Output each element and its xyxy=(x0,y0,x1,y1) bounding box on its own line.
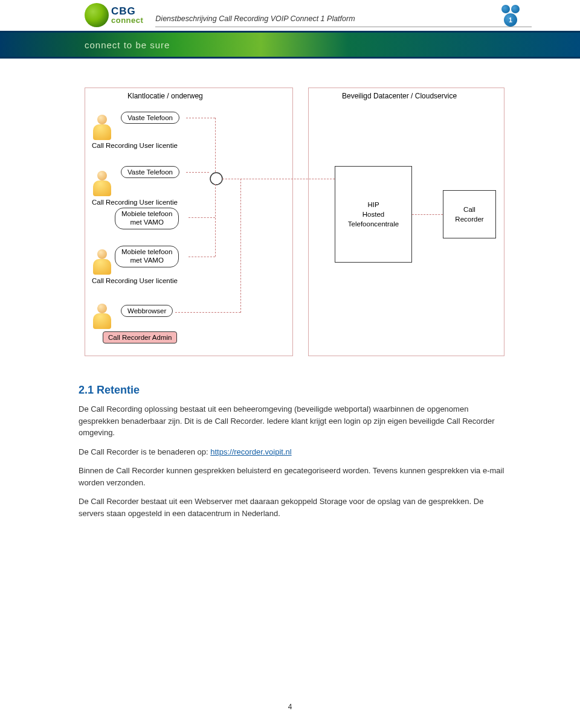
paragraph: De Call Recorder is te benaderen op: htt… xyxy=(79,446,507,458)
logo-swirl-icon xyxy=(85,3,109,27)
page-number: 4 xyxy=(0,703,580,711)
bubble-vaste-telefoon-2: Vaste Telefoon xyxy=(121,166,179,178)
connector xyxy=(186,172,209,173)
node-circle-icon xyxy=(209,171,224,186)
caption-licentie-1: Call Recording User licentie xyxy=(92,142,178,149)
zone-client-title: Klantlocatie / onderweg xyxy=(127,92,203,100)
bubble-line: met VAMO xyxy=(130,219,164,226)
connector xyxy=(240,179,241,313)
corner-balls-icon: 1 xyxy=(495,5,526,35)
connector xyxy=(188,257,215,257)
user-icon xyxy=(92,304,112,331)
recorder-line: Call xyxy=(463,205,475,214)
hip-line: Telefooncentrale xyxy=(348,219,399,229)
hip-line: Hosted xyxy=(362,209,384,219)
document-title: Dienstbeschrijving Call Recording VOIP C… xyxy=(155,14,532,27)
bubble-webbrowser: Webbrowser xyxy=(121,305,173,317)
connector xyxy=(188,217,215,218)
hip-line: HIP xyxy=(367,200,379,209)
logo-text-top: CBG xyxy=(111,6,143,16)
badge-number: 1 xyxy=(504,13,517,27)
bubble-line: met VAMO xyxy=(130,257,164,264)
badge-call-recorder-admin: Call Recorder Admin xyxy=(103,331,177,343)
paragraph: De Call Recording oplossing bestaat uit … xyxy=(79,403,507,439)
caption-licentie-2: Call Recording User licentie xyxy=(92,199,178,206)
bubble-mobiel-vamo-3: Mobiele telefoon met VAMO xyxy=(115,246,179,267)
user-icon xyxy=(92,115,112,142)
connector xyxy=(222,179,335,179)
box-hip: HIP Hosted Telefooncentrale xyxy=(335,166,412,263)
page-header: CBG connect Dienstbeschrijving Call Reco… xyxy=(0,0,580,69)
connector xyxy=(186,118,215,118)
text: De Call Recorder is te benaderen op: xyxy=(79,447,210,456)
bubble-vaste-telefoon-1: Vaste Telefoon xyxy=(121,112,179,124)
bubble-line: Mobiele telefoon xyxy=(121,248,172,255)
recorder-line: Recorder xyxy=(455,214,483,224)
brand-logo: CBG connect xyxy=(85,3,143,27)
body-content: 2.1 Retentie De Call Recording oplossing… xyxy=(0,365,580,519)
connector xyxy=(215,184,216,257)
connector xyxy=(215,118,216,172)
box-call-recorder: Call Recorder xyxy=(443,190,496,238)
connector xyxy=(175,312,240,313)
recorder-link[interactable]: https://recorder.voipit.nl xyxy=(210,447,291,456)
caption-licentie-3: Call Recording User licentie xyxy=(92,277,178,284)
user-icon xyxy=(92,249,112,277)
banner-tagline: connect to be sure xyxy=(0,31,580,59)
paragraph: De Call Recorder bestaat uit een Webserv… xyxy=(79,496,507,519)
connector xyxy=(412,214,443,215)
user-icon xyxy=(92,171,112,199)
logo-text-bottom: connect xyxy=(111,16,143,24)
bubble-mobiel-vamo-2: Mobiele telefoon met VAMO xyxy=(115,208,179,229)
architecture-diagram: Klantlocatie / onderweg Beveiligd Datace… xyxy=(85,88,507,359)
svg-point-0 xyxy=(210,173,222,185)
bubble-line: Mobiele telefoon xyxy=(121,210,172,217)
section-heading: 2.1 Retentie xyxy=(79,382,507,398)
paragraph: Binnen de Call Recorder kunnen gesprekke… xyxy=(79,465,507,488)
zone-datacenter-title: Beveiligd Datacenter / Cloudservice xyxy=(342,92,457,100)
